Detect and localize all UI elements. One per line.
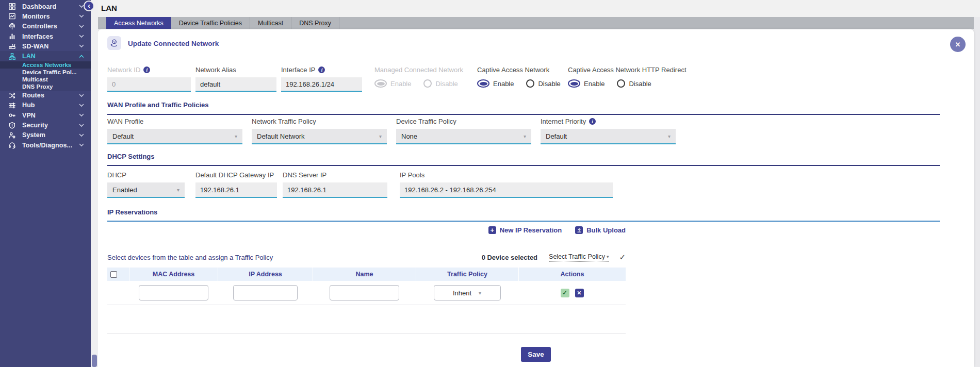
sidebar-item-vpn[interactable]: VPN	[0, 110, 91, 120]
security-shield-icon	[6, 122, 18, 129]
chevron-left-icon: ‹	[88, 2, 90, 9]
interface-ip-label: Interface IP i	[281, 66, 325, 74]
sidebar-subitem-label: DNS Proxy	[22, 84, 53, 90]
internet-priority-label: Internet Priority i	[541, 118, 596, 125]
sidebar-item-dashboard[interactable]: Dashboard	[0, 2, 91, 11]
network-id-input[interactable]	[107, 77, 191, 92]
device-traffic-policy-label: Device Traffic Policy	[396, 118, 456, 125]
reservations-section-rule	[107, 221, 940, 222]
captive-http-redirect-label: Captive Access Network HTTP Redirect	[568, 66, 687, 74]
info-icon[interactable]: i	[318, 66, 325, 73]
sidebar-item-security[interactable]: Security	[0, 120, 91, 130]
chevron-up-icon	[79, 55, 84, 58]
wan-profile-select[interactable]: Default ▾	[107, 129, 242, 144]
save-button[interactable]: Save	[521, 347, 551, 362]
select-all-checkbox[interactable]	[110, 271, 117, 278]
row-confirm-button[interactable]: ✓	[561, 289, 569, 297]
col-ip-address: IP Address	[218, 268, 313, 281]
dashboard-icon	[6, 3, 18, 10]
sidebar-subitem-multicast[interactable]: Multicast	[0, 76, 91, 83]
ip-pools-input[interactable]	[400, 182, 613, 198]
sidebar-subitem-dns-proxy[interactable]: DNS Proxy	[0, 83, 91, 90]
sidebar-item-tools-diagnostics[interactable]: Tools/Diagnos...	[0, 140, 91, 150]
monitors-icon	[6, 12, 18, 20]
row-delete-button[interactable]: ✕	[575, 289, 584, 297]
sidebar-item-label: Tools/Diagnos...	[22, 142, 79, 149]
top-bar: LAN	[98, 0, 980, 17]
update-connected-network-panel: Update Connected Network ✕ Network ID i …	[98, 29, 974, 367]
row-ip-address-input[interactable]	[233, 285, 298, 301]
internet-priority-select[interactable]: Default ▾	[541, 129, 676, 144]
col-actions: Actions	[518, 268, 626, 281]
sidebar-subitem-access-networks[interactable]: Access Networks	[0, 61, 91, 69]
network-id-label: Network ID i	[107, 66, 150, 74]
wan-section-rule	[107, 114, 940, 115]
sidebar-item-label: Interfaces	[22, 33, 79, 40]
sidebar-item-controllers[interactable]: Controllers	[0, 22, 91, 31]
tab-access-networks[interactable]: Access Networks	[106, 17, 171, 29]
managed-enable-radio[interactable]: Enable	[374, 79, 411, 88]
managed-disable-radio[interactable]: Disable	[423, 79, 458, 88]
table-header-row: MAC Address IP Address Name Traffic Poli…	[107, 268, 626, 281]
sidebar-item-monitors[interactable]: Monitors	[0, 11, 91, 21]
tab-multicast[interactable]: Multicast	[250, 17, 291, 29]
caret-down-icon: ▾	[524, 134, 526, 139]
managed-connected-network-radio-group: Enable Disable	[374, 79, 458, 88]
routes-icon	[6, 92, 18, 99]
chevron-down-icon	[79, 44, 84, 48]
dhcp-section-title: DHCP Settings	[107, 153, 155, 160]
caret-down-icon: ▾	[668, 134, 671, 139]
network-alias-input[interactable]	[195, 77, 276, 92]
col-name: Name	[313, 268, 416, 281]
dhcp-gateway-input[interactable]	[195, 182, 277, 198]
page-title: LAN	[101, 4, 117, 12]
http-redirect-enable-radio[interactable]: Enable	[568, 79, 605, 88]
sidebar-item-interfaces[interactable]: Interfaces	[0, 31, 91, 41]
sidebar-item-system[interactable]: System	[0, 130, 91, 140]
row-traffic-policy-select[interactable]: Inherit ▾	[434, 285, 501, 301]
dhcp-section-rule	[107, 165, 940, 166]
bulk-upload-button[interactable]: Bulk Upload	[575, 226, 626, 234]
captive-access-network-radio-group: Enable Disable	[477, 79, 561, 88]
sidebar: Dashboard Monitors Controllers Interface…	[0, 0, 91, 367]
caret-down-icon: ▾	[235, 134, 237, 139]
apply-policy-check-button[interactable]: ✓	[619, 253, 626, 262]
sidebar-item-label: Controllers	[22, 23, 79, 30]
sidebar-subitem-label: Multicast	[22, 76, 48, 82]
tab-dns-proxy[interactable]: DNS Proxy	[291, 17, 339, 29]
radio-icon	[617, 79, 625, 88]
sidebar-subitem-label: Device Traffic Pol...	[22, 69, 76, 75]
radio-selected-icon	[568, 79, 580, 88]
dns-server-input[interactable]	[283, 182, 387, 198]
sidebar-scrollbar-thumb[interactable]	[92, 355, 97, 367]
select-traffic-policy-dropdown[interactable]: Select Traffic Policy ▾	[549, 253, 609, 262]
interface-ip-input[interactable]	[281, 77, 362, 92]
tools-headset-icon	[6, 141, 18, 149]
captive-enable-radio[interactable]: Enable	[477, 79, 514, 88]
sidebar-item-routes[interactable]: Routes	[0, 91, 91, 101]
sidebar-item-hub[interactable]: Hub	[0, 101, 91, 110]
info-icon[interactable]: i	[589, 118, 596, 125]
captive-access-network-label: Captive Access Network	[477, 66, 549, 74]
chevron-down-icon	[79, 25, 84, 28]
info-icon[interactable]: i	[143, 66, 150, 73]
row-name-input[interactable]	[330, 285, 399, 301]
caret-down-icon: ▾	[379, 134, 382, 139]
sidebar-item-label: Monitors	[22, 13, 79, 20]
close-button[interactable]: ✕	[950, 37, 966, 52]
network-traffic-policy-label: Network Traffic Policy	[252, 118, 316, 125]
sidebar-item-sdwan[interactable]: SD-WAN	[0, 41, 91, 51]
sidebar-collapse-button[interactable]: ‹	[84, 1, 94, 11]
sidebar-subitem-device-traffic-policies[interactable]: Device Traffic Pol...	[0, 69, 91, 76]
col-mac-address: MAC Address	[129, 268, 218, 281]
new-ip-reservation-button[interactable]: + New IP Reservation	[488, 226, 562, 234]
tab-device-traffic-policies[interactable]: Device Traffic Policies	[171, 17, 250, 29]
dhcp-select[interactable]: Enabled ▾	[107, 182, 185, 198]
row-mac-address-input[interactable]	[139, 285, 208, 301]
sidebar-item-lan[interactable]: LAN	[0, 51, 91, 61]
captive-disable-radio[interactable]: Disable	[526, 79, 560, 88]
device-traffic-policy-select[interactable]: None ▾	[396, 129, 531, 144]
network-traffic-policy-select[interactable]: Default Network ▾	[252, 129, 387, 144]
http-redirect-disable-radio[interactable]: Disable	[617, 79, 651, 88]
system-user-gear-icon	[6, 131, 18, 139]
